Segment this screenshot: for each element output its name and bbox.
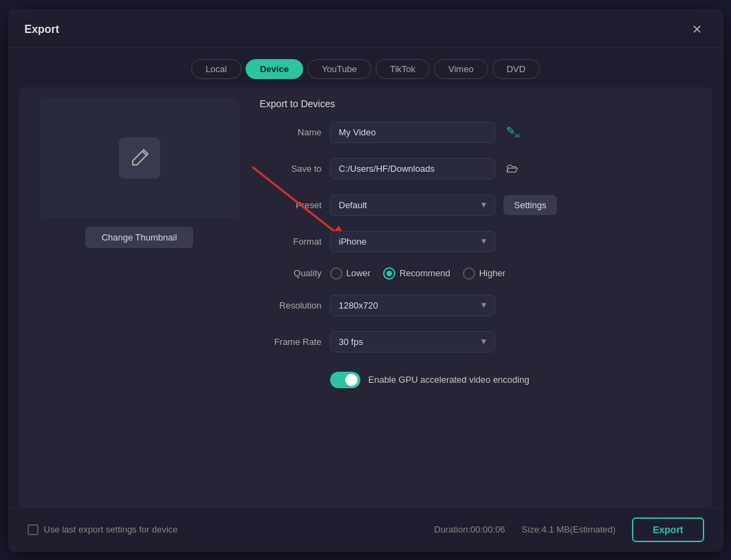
last-export-checkbox[interactable] [28, 524, 39, 535]
frame-rate-label: Frame Rate [260, 337, 322, 347]
tab-vimeo[interactable]: Vimeo [434, 59, 488, 79]
frame-rate-row: Frame Rate 30 fps ▼ [260, 331, 699, 352]
quality-recommend-label: Recommend [400, 268, 450, 278]
tab-device[interactable]: Device [246, 59, 303, 79]
frame-rate-select-wrap: 30 fps ▼ [330, 331, 495, 352]
size-text: Size:4.1 MB(Estimated) [522, 524, 616, 535]
quality-lower-option[interactable]: Lower [330, 267, 371, 280]
title-bar: Export ✕ [8, 9, 723, 48]
bottom-right: Duration:00:00:06 Size:4.1 MB(Estimated)… [434, 517, 703, 542]
name-row: Name ✎AI [260, 122, 699, 143]
last-export-row: Use last export settings for device [28, 524, 178, 535]
content-area: Change Thumbnail Export to Devices Name … [19, 87, 712, 507]
left-panel: Change Thumbnail [33, 98, 246, 496]
preset-select-wrap: Default ▼ [330, 194, 495, 216]
export-button[interactable]: Export [632, 517, 703, 542]
gpu-row: Enable GPU accelerated video encoding [260, 372, 699, 388]
right-panel: Export to Devices Name ✎AI Save to 🗁 Pre… [260, 98, 699, 496]
section-title: Export to Devices [260, 98, 699, 109]
close-button[interactable]: ✕ [688, 20, 707, 39]
save-to-row: Save to 🗁 [260, 158, 699, 179]
quality-recommend-option[interactable]: Recommend [383, 267, 450, 280]
resolution-select-wrap: 1280x720 ▼ [330, 295, 495, 316]
name-input[interactable] [330, 122, 495, 143]
settings-button[interactable]: Settings [503, 195, 558, 215]
resolution-label: Resolution [260, 300, 322, 311]
format-select-wrap: iPhone ▼ [330, 231, 495, 252]
export-dialog: Export ✕ Local Device YouTube TikTok Vim… [8, 9, 723, 552]
bottom-bar: Use last export settings for device Dura… [8, 507, 723, 552]
resolution-select[interactable]: 1280x720 [330, 295, 495, 316]
tab-dvd[interactable]: DVD [492, 59, 540, 79]
quality-higher-label: Higher [479, 268, 505, 278]
resolution-row: Resolution 1280x720 ▼ [260, 295, 699, 316]
last-export-label: Use last export settings for device [44, 524, 178, 535]
quality-recommend-radio[interactable] [383, 267, 395, 280]
save-to-input[interactable] [330, 158, 495, 179]
dialog-title: Export [25, 23, 60, 36]
folder-icon[interactable]: 🗁 [506, 161, 519, 176]
quality-lower-radio[interactable] [330, 267, 342, 280]
frame-rate-select[interactable]: 30 fps [330, 331, 495, 352]
gpu-label: Enable GPU accelerated video encoding [369, 374, 530, 385]
change-thumbnail-button[interactable]: Change Thumbnail [85, 227, 194, 248]
preset-select[interactable]: Default [330, 194, 495, 216]
toggle-knob [345, 374, 358, 386]
duration-text: Duration:00:00:06 [434, 524, 505, 535]
thumbnail-icon [119, 137, 160, 179]
ai-icon[interactable]: ✎AI [506, 124, 521, 139]
quality-options: Lower Recommend Higher [330, 267, 505, 280]
tab-youtube[interactable]: YouTube [307, 59, 371, 79]
save-to-label: Save to [260, 164, 322, 174]
format-select[interactable]: iPhone [330, 231, 495, 252]
quality-label: Quality [260, 268, 322, 278]
preset-label: Preset [260, 200, 322, 210]
quality-row: Quality Lower Recommend Higher [260, 267, 699, 280]
format-row: Format iPhone ▼ [260, 231, 699, 252]
tab-tiktok[interactable]: TikTok [375, 59, 430, 79]
thumbnail-box [40, 98, 239, 219]
quality-higher-option[interactable]: Higher [463, 267, 505, 280]
quality-higher-radio[interactable] [463, 267, 475, 280]
format-label: Format [260, 236, 322, 247]
quality-recommend-radio-inner [386, 271, 392, 276]
tabs-row: Local Device YouTube TikTok Vimeo DVD [8, 48, 723, 87]
quality-lower-label: Lower [347, 268, 371, 278]
tab-local[interactable]: Local [191, 59, 241, 79]
name-label: Name [260, 127, 322, 137]
preset-row: Preset Default ▼ Settings [260, 194, 699, 216]
gpu-toggle[interactable] [330, 372, 360, 388]
